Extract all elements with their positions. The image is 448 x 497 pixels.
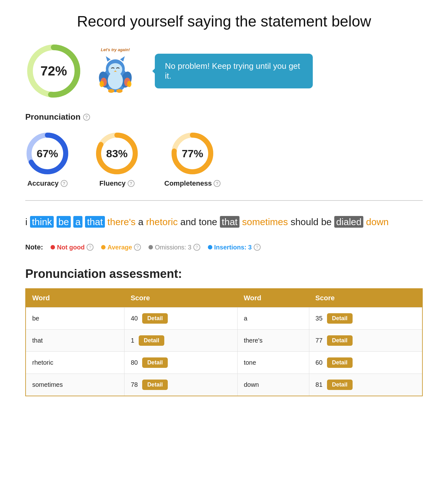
cell-score-0-2: 35 Detail bbox=[309, 308, 422, 330]
svg-point-16 bbox=[127, 81, 131, 87]
word-rhetoric: rhetoric bbox=[146, 217, 178, 227]
not-good-help[interactable]: ? bbox=[87, 244, 94, 251]
score-value-0-2: 35 bbox=[316, 315, 323, 322]
cell-word-0-1: be bbox=[26, 308, 124, 330]
fluency-value: 83% bbox=[106, 147, 128, 160]
svg-point-11 bbox=[108, 89, 114, 93]
average-text: Average bbox=[107, 244, 132, 251]
page-title: Record yourself saying the statement bel… bbox=[25, 13, 423, 30]
cell-word-3-2: down bbox=[237, 374, 309, 396]
insertions-help[interactable]: ? bbox=[254, 244, 261, 251]
cell-score-2-1: 80 Detail bbox=[124, 352, 237, 374]
col-word-1: Word bbox=[26, 289, 124, 308]
omissions-text: Omissions: 3 bbox=[155, 244, 191, 251]
omissions-help[interactable]: ? bbox=[193, 244, 200, 251]
word-theres: there's bbox=[107, 217, 136, 227]
word-dialed: dialed bbox=[334, 216, 363, 228]
detail-btn-1-2[interactable]: Detail bbox=[327, 335, 353, 346]
note-average: Average ? bbox=[101, 244, 141, 251]
cell-word-3-1: sometimes bbox=[26, 374, 124, 396]
table-row: that 1 Detail there's 77 Detail bbox=[26, 330, 422, 352]
cell-word-0-2: a bbox=[237, 308, 309, 330]
svg-point-10 bbox=[108, 72, 123, 89]
sentence-display: i think be a that there's a rhetoric and… bbox=[25, 210, 423, 234]
not-good-dot bbox=[51, 245, 55, 249]
completeness-label: Completeness ? bbox=[164, 179, 221, 188]
svg-marker-5 bbox=[120, 56, 125, 62]
pronunciation-label-text: Pronunciation bbox=[25, 112, 81, 122]
accuracy-help-icon[interactable]: ? bbox=[61, 180, 68, 187]
note-omissions: Omissions: 3 ? bbox=[148, 244, 200, 251]
accuracy-score: 67% Accuracy ? bbox=[25, 131, 70, 188]
completeness-value: 77% bbox=[182, 147, 203, 160]
word-down: down bbox=[366, 217, 389, 227]
insertions-text: Insertions: 3 bbox=[214, 244, 252, 251]
cell-score-3-1: 78 Detail bbox=[124, 374, 237, 396]
average-help[interactable]: ? bbox=[134, 244, 141, 251]
detail-btn-3-1[interactable]: Detail bbox=[142, 380, 168, 390]
svg-marker-4 bbox=[106, 56, 111, 62]
detail-btn-2-1[interactable]: Detail bbox=[142, 357, 168, 368]
detail-btn-0-2[interactable]: Detail bbox=[327, 313, 353, 324]
score-value-2-2: 60 bbox=[316, 359, 323, 366]
word-sometimes: sometimes bbox=[242, 217, 288, 227]
accuracy-circle: 67% bbox=[25, 131, 70, 176]
accuracy-label: Accuracy ? bbox=[27, 179, 67, 188]
cell-score-0-1: 40 Detail bbox=[124, 308, 237, 330]
assessment-table: Word Score Word Score be 40 Detail a 35 … bbox=[25, 288, 423, 396]
col-word-2: Word bbox=[237, 289, 309, 308]
table-row: be 40 Detail a 35 Detail bbox=[26, 308, 422, 330]
main-score-circle: 72% bbox=[25, 43, 82, 99]
cell-score-1-2: 77 Detail bbox=[309, 330, 422, 352]
svg-point-12 bbox=[116, 89, 123, 93]
score-value-2-1: 80 bbox=[131, 359, 138, 366]
cell-score-3-2: 81 Detail bbox=[309, 374, 422, 396]
word-be-inserted: be bbox=[57, 216, 71, 228]
insertions-dot bbox=[208, 245, 212, 249]
word-a: a bbox=[138, 217, 146, 227]
detail-btn-2-2[interactable]: Detail bbox=[327, 357, 353, 368]
word-and: and bbox=[180, 217, 199, 227]
pronunciation-section-label: Pronunciation ? bbox=[25, 112, 423, 122]
cell-word-1-2: there's bbox=[237, 330, 309, 352]
score-value-1-1: 1 bbox=[131, 337, 134, 344]
score-section: 72% Let's try again! bbox=[25, 43, 423, 99]
completeness-score: 77% Completeness ? bbox=[164, 131, 221, 188]
score-value-1-2: 77 bbox=[316, 337, 323, 344]
word-should: should be bbox=[291, 217, 334, 227]
cell-word-2-1: rhetoric bbox=[26, 352, 124, 374]
table-row: sometimes 78 Detail down 81 Detail bbox=[26, 374, 422, 396]
pronunciation-help-icon[interactable]: ? bbox=[83, 114, 90, 121]
cell-word-2-2: tone bbox=[237, 352, 309, 374]
cell-score-2-2: 60 Detail bbox=[309, 352, 422, 374]
fluency-score: 83% Fluency ? bbox=[95, 131, 139, 188]
owl-mascot: Let's try again! bbox=[95, 47, 136, 95]
note-not-good: Not good ? bbox=[51, 244, 94, 251]
detail-btn-1-1[interactable]: Detail bbox=[139, 335, 164, 346]
speech-bubble-text: No problem! Keep trying until you get it… bbox=[165, 61, 300, 81]
speech-bubble: No problem! Keep trying until you get it… bbox=[155, 54, 313, 88]
section-divider bbox=[25, 200, 423, 201]
table-row: rhetoric 80 Detail tone 60 Detail bbox=[26, 352, 422, 374]
svg-point-14 bbox=[100, 81, 104, 87]
detail-btn-0-1[interactable]: Detail bbox=[142, 313, 168, 324]
owl-bubble-text: Let's try again! bbox=[101, 47, 130, 52]
detail-btn-3-2[interactable]: Detail bbox=[327, 380, 353, 390]
word-a-inserted: a bbox=[73, 216, 82, 228]
cell-word-1-1: that bbox=[26, 330, 124, 352]
owl-svg bbox=[95, 54, 136, 95]
word-that-inserted: that bbox=[85, 216, 105, 228]
sub-scores-row: 67% Accuracy ? 83% Fluency ? bbox=[25, 131, 423, 188]
average-dot bbox=[101, 245, 106, 249]
word-that-gray: that bbox=[220, 216, 239, 228]
fluency-help-icon[interactable]: ? bbox=[128, 180, 135, 187]
assessment-title: Pronunciation assessment: bbox=[25, 267, 423, 281]
fluency-label: Fluency ? bbox=[99, 179, 134, 188]
word-i: i bbox=[25, 217, 30, 227]
note-label: Note: bbox=[25, 243, 43, 251]
completeness-circle: 77% bbox=[170, 131, 215, 176]
word-think: think bbox=[30, 216, 54, 228]
main-score-value: 72% bbox=[40, 63, 67, 79]
completeness-help-icon[interactable]: ? bbox=[214, 180, 221, 187]
table-header-row: Word Score Word Score bbox=[26, 289, 422, 308]
